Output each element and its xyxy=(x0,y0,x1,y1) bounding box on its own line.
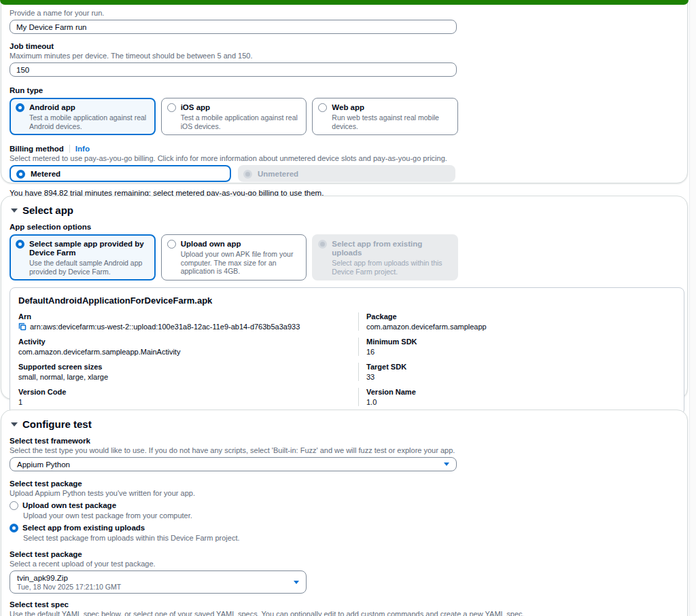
radio-label: Upload own test package xyxy=(22,501,116,510)
test-package-group-label: Select test package xyxy=(10,479,679,488)
detail-label: Version Code xyxy=(18,388,351,396)
select-app-card: Select app App selection options Select … xyxy=(1,196,688,399)
radio-disabled-icon xyxy=(318,240,327,249)
radio-upload-own-test-package[interactable]: Upload own test package xyxy=(10,501,679,510)
page-right-margin xyxy=(689,0,696,616)
section-title: Select app xyxy=(22,204,73,216)
select-app-section-header[interactable]: Select app xyxy=(10,204,679,216)
caret-down-icon xyxy=(11,209,18,213)
run-name-value: My Device Farm run xyxy=(16,23,87,31)
job-timeout-value: 150 xyxy=(16,66,29,74)
option-description: Run web tests against real mobile device… xyxy=(332,113,452,130)
run-type-label: Run type xyxy=(10,86,679,94)
option-description: Test a mobile application against real A… xyxy=(29,113,150,130)
selected-value: tvin_apk99.Zip xyxy=(17,574,121,582)
app-option-sample-app[interactable]: Select sample app provided by Device Far… xyxy=(10,234,156,280)
success-flashbar xyxy=(0,0,689,5)
detail-label: Arn xyxy=(18,312,351,321)
detail-row: Supported screen sizes small, normal, la… xyxy=(18,363,676,381)
run-type-option-ios-app[interactable]: iOS app Test a mobile application agains… xyxy=(161,98,307,135)
billing-options: Metered Unmetered xyxy=(10,165,679,182)
radio-description: Select test package from uploads within … xyxy=(23,534,679,542)
detail-label: Package xyxy=(366,312,669,321)
device-farm-create-run-page: Provide a name for your run. My Device F… xyxy=(0,0,696,616)
billing-option-unmetered: Unmetered xyxy=(238,165,455,182)
radio-icon xyxy=(318,103,327,112)
job-timeout-input[interactable]: 150 xyxy=(10,62,457,77)
option-title: Web app xyxy=(332,103,452,112)
billing-method-header: Billing method Info xyxy=(10,145,679,153)
selected-value: Appium Python xyxy=(17,460,70,469)
option-description: Select app from uploads within this Devi… xyxy=(332,259,452,276)
test-package-group-description: Upload Appium Python tests you've writte… xyxy=(10,489,679,497)
test-framework-label: Select test framework xyxy=(10,437,679,445)
detail-value: com.amazon.devicefarm.sampleapp.MainActi… xyxy=(18,348,351,356)
app-option-existing-uploads: Select app from existing uploads Select … xyxy=(312,234,458,280)
app-selection-options: Select sample app provided by Device Far… xyxy=(10,234,458,280)
radio-label: Select app from existing uploads xyxy=(22,523,145,532)
selected-value-timestamp: Tue, 18 Nov 2025 17:21:10 GMT xyxy=(17,583,121,591)
detail-row: Version Code 1 Version Name 1.0 xyxy=(18,388,676,406)
radio-disabled-icon xyxy=(243,170,252,179)
test-framework-select[interactable]: Appium Python xyxy=(10,457,457,471)
option-description: Use the default sample Android app provi… xyxy=(29,259,150,276)
radio-selected-icon xyxy=(16,170,25,179)
detail-label: Minimum SDK xyxy=(366,338,669,346)
label-divider xyxy=(69,145,70,153)
radio-select-from-existing-uploads[interactable]: Select app from existing uploads xyxy=(10,523,679,532)
billing-method-label: Billing method xyxy=(10,145,64,153)
detail-label: Version Name xyxy=(366,388,669,396)
run-type-option-android-app[interactable]: Android app Test a mobile application ag… xyxy=(10,98,156,135)
test-spec-description: Use the default YAML spec below, or sele… xyxy=(10,610,679,616)
configure-test-section-header[interactable]: Configure test xyxy=(10,418,679,430)
detail-value: 1.0 xyxy=(366,398,669,406)
billing-info-link[interactable]: Info xyxy=(75,145,90,153)
option-title: Android app xyxy=(29,103,150,112)
option-title: Select sample app provided by Device Far… xyxy=(29,240,150,257)
job-timeout-description: Maximum minutes per device. The timeout … xyxy=(10,52,679,60)
detail-label: Target SDK xyxy=(366,363,669,371)
radio-description: Upload your own test package from your c… xyxy=(23,511,679,520)
billing-description: Select metered to use pay-as-you-go bill… xyxy=(10,154,679,162)
option-title: Metered xyxy=(31,170,60,178)
radio-icon xyxy=(167,240,176,249)
detail-value: 16 xyxy=(366,348,669,356)
caret-down-icon xyxy=(444,463,449,466)
option-title: Unmetered xyxy=(258,170,298,178)
option-description: Test a mobile application against real i… xyxy=(181,113,301,130)
detail-label: Activity xyxy=(18,338,351,346)
test-package-select[interactable]: tvin_apk99.Zip Tue, 18 Nov 2025 17:21:10… xyxy=(10,570,307,594)
configure-test-card: Configure test Select test framework Sel… xyxy=(1,410,688,616)
detail-value: 33 xyxy=(366,373,669,381)
radio-selected-icon xyxy=(16,240,24,249)
option-title: iOS app xyxy=(181,103,301,112)
detail-row: Arn arn:aws:devicefarm:us-west-2::upload… xyxy=(18,312,676,331)
detail-value: small, normal, large, xlarge xyxy=(18,373,351,381)
run-name-hint: Provide a name for your run. xyxy=(10,9,679,17)
detail-row: Activity com.amazon.devicefarm.sampleapp… xyxy=(18,338,676,356)
detail-value: com.amazon.devicefarm.sampleapp xyxy=(366,323,669,331)
run-settings-card: Provide a name for your run. My Device F… xyxy=(1,0,688,183)
option-title: Upload own app xyxy=(181,240,301,249)
test-package-select-description: Select a recent upload of your test pack… xyxy=(10,560,679,568)
radio-selected-icon xyxy=(16,103,24,112)
billing-option-metered[interactable]: Metered xyxy=(10,165,231,182)
copy-icon[interactable] xyxy=(18,323,27,331)
run-type-options: Android app Test a mobile application ag… xyxy=(10,98,458,135)
test-package-select-label: Select test package xyxy=(10,550,679,558)
app-selection-options-label: App selection options xyxy=(10,223,679,231)
app-file-name: DefaultAndroidApplicationForDeviceFarm.a… xyxy=(18,295,676,306)
test-spec-label: Select test spec xyxy=(10,600,679,609)
option-title: Select app from existing uploads xyxy=(332,240,452,257)
option-description: Upload your own APK file from your compu… xyxy=(181,250,301,276)
app-option-upload-own[interactable]: Upload own app Upload your own APK file … xyxy=(161,234,307,280)
radio-icon xyxy=(167,103,176,112)
radio-icon xyxy=(10,501,18,510)
caret-down-icon xyxy=(294,581,299,584)
caret-down-icon xyxy=(11,422,18,427)
app-details-panel: DefaultAndroidApplicationForDeviceFarm.a… xyxy=(10,287,684,415)
run-name-input[interactable]: My Device Farm run xyxy=(10,20,457,34)
run-type-option-web-app[interactable]: Web app Run web tests against real mobil… xyxy=(312,98,458,135)
radio-selected-icon xyxy=(10,524,18,532)
test-framework-description: Select the test type you would like to u… xyxy=(10,446,679,454)
